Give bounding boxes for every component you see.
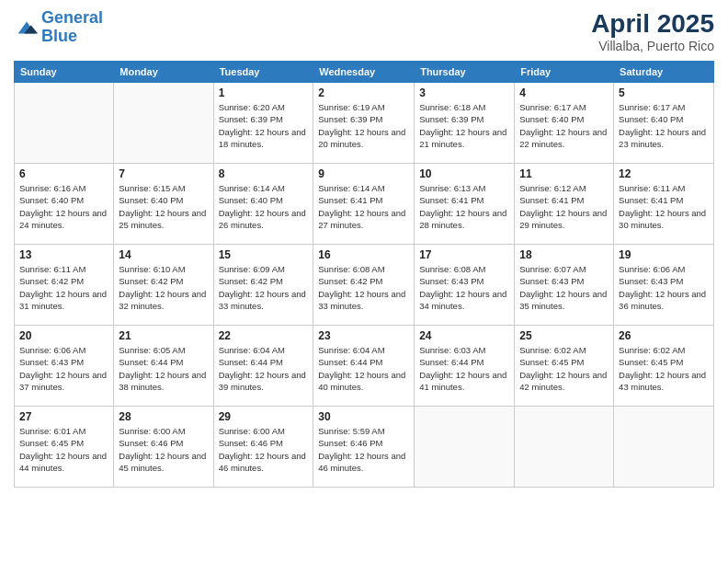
day-number: 3 [419,86,509,99]
day-number: 2 [318,86,409,99]
calendar-cell: 27Sunrise: 6:01 AM Sunset: 6:45 PM Dayli… [15,407,114,488]
day-number: 8 [219,167,309,180]
calendar-cell: 9Sunrise: 6:14 AM Sunset: 6:41 PM Daylig… [313,164,415,245]
day-number: 12 [619,167,709,180]
day-info: Sunrise: 6:02 AM Sunset: 6:45 PM Dayligh… [519,344,609,393]
day-info: Sunrise: 6:00 AM Sunset: 6:46 PM Dayligh… [219,425,309,474]
calendar-cell: 11Sunrise: 6:12 AM Sunset: 6:41 PM Dayli… [515,164,614,245]
logo-line1: General [41,8,103,27]
calendar-week-row: 13Sunrise: 6:11 AM Sunset: 6:42 PM Dayli… [15,245,714,326]
day-info: Sunrise: 5:59 AM Sunset: 6:46 PM Dayligh… [318,425,409,474]
day-number: 4 [519,86,609,99]
calendar-cell: 21Sunrise: 6:05 AM Sunset: 6:44 PM Dayli… [114,326,213,407]
calendar-cell [614,407,714,488]
calendar-cell: 8Sunrise: 6:14 AM Sunset: 6:40 PM Daylig… [213,164,313,245]
day-info: Sunrise: 6:17 AM Sunset: 6:40 PM Dayligh… [519,101,609,150]
day-number: 14 [119,248,208,261]
calendar-header-row: SundayMondayTuesdayWednesdayThursdayFrid… [15,62,714,83]
calendar-cell: 12Sunrise: 6:11 AM Sunset: 6:41 PM Dayli… [614,164,714,245]
calendar-cell: 3Sunrise: 6:18 AM Sunset: 6:39 PM Daylig… [415,83,515,164]
day-of-week-header: Thursday [415,62,515,83]
day-info: Sunrise: 6:16 AM Sunset: 6:40 PM Dayligh… [19,182,108,231]
day-number: 13 [19,248,108,261]
logo-icon [14,15,40,40]
day-info: Sunrise: 6:00 AM Sunset: 6:46 PM Dayligh… [119,425,208,474]
calendar-cell: 26Sunrise: 6:02 AM Sunset: 6:45 PM Dayli… [614,326,714,407]
page: General Blue April 2025 Villalba, Puerto… [0,0,728,563]
day-info: Sunrise: 6:15 AM Sunset: 6:40 PM Dayligh… [119,182,208,231]
day-number: 5 [619,86,709,99]
calendar-cell: 20Sunrise: 6:06 AM Sunset: 6:43 PM Dayli… [15,326,114,407]
day-number: 30 [318,410,409,423]
calendar-cell: 14Sunrise: 6:10 AM Sunset: 6:42 PM Dayli… [114,245,213,326]
calendar: SundayMondayTuesdayWednesdayThursdayFrid… [14,61,714,488]
day-info: Sunrise: 6:09 AM Sunset: 6:42 PM Dayligh… [219,263,309,312]
day-number: 9 [318,167,409,180]
day-info: Sunrise: 6:06 AM Sunset: 6:43 PM Dayligh… [619,263,709,312]
day-info: Sunrise: 6:08 AM Sunset: 6:42 PM Dayligh… [318,263,409,312]
day-info: Sunrise: 6:03 AM Sunset: 6:44 PM Dayligh… [419,344,509,393]
day-number: 6 [19,167,108,180]
logo-line2: Blue [41,27,77,45]
header: General Blue April 2025 Villalba, Puerto… [14,9,714,53]
calendar-week-row: 6Sunrise: 6:16 AM Sunset: 6:40 PM Daylig… [15,164,714,245]
day-info: Sunrise: 6:17 AM Sunset: 6:40 PM Dayligh… [619,101,709,150]
day-number: 7 [119,167,208,180]
day-number: 28 [119,410,208,423]
calendar-cell: 1Sunrise: 6:20 AM Sunset: 6:39 PM Daylig… [213,83,313,164]
day-info: Sunrise: 6:10 AM Sunset: 6:42 PM Dayligh… [119,263,208,312]
day-number: 22 [219,329,309,342]
day-info: Sunrise: 6:08 AM Sunset: 6:43 PM Dayligh… [419,263,509,312]
day-number: 26 [619,329,709,342]
day-number: 20 [19,329,108,342]
calendar-cell: 25Sunrise: 6:02 AM Sunset: 6:45 PM Dayli… [515,326,614,407]
day-info: Sunrise: 6:11 AM Sunset: 6:42 PM Dayligh… [19,263,108,312]
day-number: 21 [119,329,208,342]
month-title: April 2025 [591,9,714,39]
day-info: Sunrise: 6:04 AM Sunset: 6:44 PM Dayligh… [318,344,409,393]
calendar-week-row: 20Sunrise: 6:06 AM Sunset: 6:43 PM Dayli… [15,326,714,407]
day-of-week-header: Monday [114,62,213,83]
calendar-cell: 13Sunrise: 6:11 AM Sunset: 6:42 PM Dayli… [15,245,114,326]
day-info: Sunrise: 6:18 AM Sunset: 6:39 PM Dayligh… [419,101,509,150]
day-of-week-header: Tuesday [213,62,313,83]
day-number: 29 [219,410,309,423]
logo: General Blue [14,9,103,46]
calendar-week-row: 1Sunrise: 6:20 AM Sunset: 6:39 PM Daylig… [15,83,714,164]
day-of-week-header: Wednesday [313,62,415,83]
day-number: 1 [219,86,309,99]
calendar-cell: 7Sunrise: 6:15 AM Sunset: 6:40 PM Daylig… [114,164,213,245]
day-info: Sunrise: 6:13 AM Sunset: 6:41 PM Dayligh… [419,182,509,231]
day-number: 18 [519,248,609,261]
day-number: 15 [219,248,309,261]
calendar-cell [515,407,614,488]
day-info: Sunrise: 6:04 AM Sunset: 6:44 PM Dayligh… [219,344,309,393]
calendar-cell: 4Sunrise: 6:17 AM Sunset: 6:40 PM Daylig… [515,83,614,164]
calendar-cell [114,83,213,164]
day-number: 24 [419,329,509,342]
calendar-cell: 19Sunrise: 6:06 AM Sunset: 6:43 PM Dayli… [614,245,714,326]
title-block: April 2025 Villalba, Puerto Rico [591,9,714,53]
location: Villalba, Puerto Rico [591,39,714,53]
day-number: 17 [419,248,509,261]
day-info: Sunrise: 6:06 AM Sunset: 6:43 PM Dayligh… [19,344,108,393]
calendar-week-row: 27Sunrise: 6:01 AM Sunset: 6:45 PM Dayli… [15,407,714,488]
day-info: Sunrise: 6:14 AM Sunset: 6:40 PM Dayligh… [219,182,309,231]
day-of-week-header: Friday [515,62,614,83]
day-number: 25 [519,329,609,342]
calendar-cell: 6Sunrise: 6:16 AM Sunset: 6:40 PM Daylig… [15,164,114,245]
calendar-cell: 2Sunrise: 6:19 AM Sunset: 6:39 PM Daylig… [313,83,415,164]
day-info: Sunrise: 6:07 AM Sunset: 6:43 PM Dayligh… [519,263,609,312]
day-info: Sunrise: 6:05 AM Sunset: 6:44 PM Dayligh… [119,344,208,393]
calendar-cell: 5Sunrise: 6:17 AM Sunset: 6:40 PM Daylig… [614,83,714,164]
day-info: Sunrise: 6:20 AM Sunset: 6:39 PM Dayligh… [219,101,309,150]
day-number: 19 [619,248,709,261]
calendar-cell: 29Sunrise: 6:00 AM Sunset: 6:46 PM Dayli… [213,407,313,488]
day-info: Sunrise: 6:11 AM Sunset: 6:41 PM Dayligh… [619,182,709,231]
calendar-cell [15,83,114,164]
day-info: Sunrise: 6:02 AM Sunset: 6:45 PM Dayligh… [619,344,709,393]
calendar-cell: 22Sunrise: 6:04 AM Sunset: 6:44 PM Dayli… [213,326,313,407]
calendar-cell: 18Sunrise: 6:07 AM Sunset: 6:43 PM Dayli… [515,245,614,326]
calendar-cell: 17Sunrise: 6:08 AM Sunset: 6:43 PM Dayli… [415,245,515,326]
day-number: 11 [519,167,609,180]
